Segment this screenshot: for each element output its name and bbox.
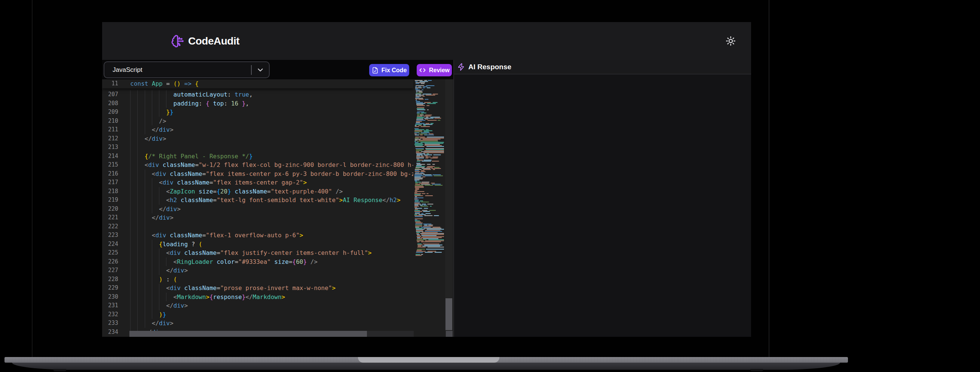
code-text: <RingLoader color="#9333ea" size={60} /> <box>130 257 413 267</box>
code-line-228[interactable]: 228 ) : ( <box>102 275 453 284</box>
horizontal-scrollbar-thumb[interactable] <box>129 331 367 337</box>
code-line-224[interactable]: 224 {loading ? ( <box>102 240 453 249</box>
code-line-219[interactable]: 219 <h2 className="text-lg font-semibold… <box>102 196 453 205</box>
line-number: 222 <box>102 222 118 231</box>
vertical-scrollbar-thumb[interactable] <box>445 298 452 330</box>
theme-toggle-button[interactable] <box>722 32 739 49</box>
sticky-code-line-11[interactable]: 11const App = () => { <box>102 79 413 88</box>
code-line-212[interactable]: 212 </div> <box>102 134 453 143</box>
line-number: 213 <box>102 143 118 152</box>
code-line-227[interactable]: 227 </div> <box>102 266 453 275</box>
code-text <box>130 222 413 231</box>
review-button[interactable]: Review <box>417 64 452 77</box>
app-header: CodeAudit <box>102 22 751 60</box>
file-check-icon <box>372 67 379 74</box>
code-line-231[interactable]: 231 </div> <box>102 301 453 310</box>
code-line-215[interactable]: 215 <div className="w-1/2 flex flex-col … <box>102 161 453 169</box>
code-line-208[interactable]: 208 padding: { top: 16 }, <box>102 99 453 108</box>
code-line-211[interactable]: 211 </div> <box>102 125 453 134</box>
line-number: 225 <box>102 249 118 257</box>
code-line-207[interactable]: 207 automaticLayout: true, <box>102 90 453 99</box>
line-number: 215 <box>102 161 118 169</box>
code-line-216[interactable]: 216 <div className="flex items-center px… <box>102 169 453 179</box>
code-text: {/* Right Panel - Response */} <box>130 152 413 161</box>
laptop-foot-right <box>750 369 763 371</box>
code-line-218[interactable]: 218 <ZapIcon size={20} className="text-p… <box>102 187 453 196</box>
code-editor[interactable]: 207 automaticLayout: true,208 padding: {… <box>102 79 453 337</box>
code-text: </div> <box>130 134 413 143</box>
code-line-230[interactable]: 230 <Markdown>{response}</Markdown> <box>102 293 453 302</box>
code-text: </div> <box>130 205 413 214</box>
line-number: 212 <box>102 134 118 143</box>
code-line-221[interactable]: 221 </div> <box>102 213 453 222</box>
brain-circuit-icon <box>171 34 185 48</box>
language-select-value: JavaScript <box>104 66 251 74</box>
line-number: 228 <box>102 275 118 284</box>
chevron-down-icon <box>256 66 269 74</box>
line-number: 207 <box>102 90 118 99</box>
code-text: </div> <box>130 301 413 310</box>
code-text <box>130 143 413 152</box>
line-number: 218 <box>102 187 118 196</box>
app-window: CodeAudit JavaScript <box>102 22 751 337</box>
fix-code-button[interactable]: Fix Code <box>369 64 409 77</box>
code-text: </div> <box>130 319 413 328</box>
code-line-210[interactable]: 210 /> <box>102 117 453 126</box>
line-number: 209 <box>102 108 118 117</box>
line-number: 231 <box>102 301 118 310</box>
line-number: 234 <box>102 328 118 337</box>
ai-response-content <box>454 75 751 337</box>
line-number: 229 <box>102 284 118 293</box>
editor-toolbar: JavaScript Fix Code Review <box>102 60 453 79</box>
code-text: </div> <box>130 266 413 275</box>
line-number: 227 <box>102 266 118 275</box>
code-line-232[interactable]: 232 )} <box>102 310 453 319</box>
sun-icon <box>725 36 736 46</box>
code-text: <div className="flex-1 overflow-auto p-6… <box>130 231 413 240</box>
code-text: const App = () => { <box>130 79 413 88</box>
line-number: 220 <box>102 205 118 214</box>
code-text: <div className="flex items-center px-6 p… <box>130 169 413 179</box>
scrollbar-corner <box>446 331 453 337</box>
code-line-217[interactable]: 217 <div className="flex items-center ga… <box>102 178 453 187</box>
line-number: 233 <box>102 319 118 328</box>
review-label: Review <box>429 67 450 74</box>
line-number: 208 <box>102 99 118 108</box>
editor-panel: JavaScript Fix Code Review <box>102 60 453 337</box>
laptop-base <box>12 362 840 370</box>
code-line-233[interactable]: 233 </div> <box>102 319 453 328</box>
laptop-trackpad-notch <box>358 357 500 362</box>
code-text: ) : ( <box>130 275 413 284</box>
laptop-foot-left <box>54 369 66 371</box>
code-text: <div className="w-1/2 flex flex-col bg-z… <box>130 161 413 169</box>
minimap[interactable] <box>413 79 445 337</box>
code-line-229[interactable]: 229 <div className="prose prose-invert m… <box>102 284 453 293</box>
language-select[interactable]: JavaScript <box>103 61 270 78</box>
select-separator <box>251 65 252 75</box>
line-number: 223 <box>102 231 118 240</box>
code-line-209[interactable]: 209 }} <box>102 108 453 117</box>
code-icon <box>419 67 426 74</box>
code-text: <div className="prose prose-invert max-w… <box>130 284 413 293</box>
code-text: )} <box>130 310 413 319</box>
code-text: <div className="flex items-center gap-2"… <box>130 178 413 187</box>
code-text: <h2 className="text-lg font-semibold tex… <box>130 196 413 205</box>
line-number: 211 <box>102 125 118 134</box>
code-text: <div className="flex justify-center item… <box>130 249 413 257</box>
line-number: 214 <box>102 152 118 161</box>
code-line-226[interactable]: 226 <RingLoader color="#9333ea" size={60… <box>102 257 453 267</box>
line-number: 216 <box>102 169 118 179</box>
app-title: CodeAudit <box>188 22 239 60</box>
code-line-223[interactable]: 223 <div className="flex-1 overflow-auto… <box>102 231 453 240</box>
code-line-222[interactable]: 222 <box>102 222 453 231</box>
line-number: 230 <box>102 293 118 302</box>
code-text: </div> <box>130 213 413 222</box>
code-line-214[interactable]: 214 {/* Right Panel - Response */} <box>102 152 453 161</box>
code-text: <ZapIcon size={20} className="text-purpl… <box>130 187 413 196</box>
code-text: automaticLayout: true, <box>130 90 413 99</box>
code-line-213[interactable]: 213 <box>102 143 453 152</box>
ai-response-title: AI Response <box>468 60 511 74</box>
code-line-225[interactable]: 225 <div className="flex justify-center … <box>102 249 453 257</box>
code-line-220[interactable]: 220 </div> <box>102 205 453 214</box>
line-number: 224 <box>102 240 118 249</box>
